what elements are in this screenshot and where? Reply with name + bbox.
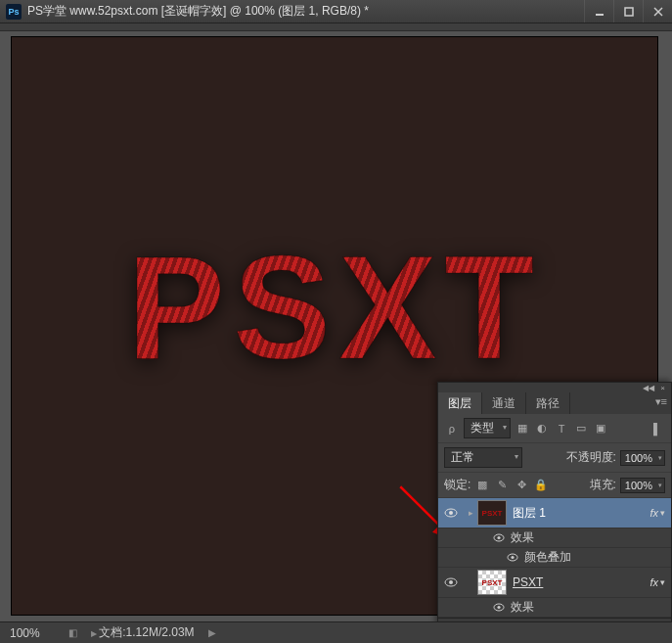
- type-filter-icon[interactable]: T: [554, 421, 569, 436]
- fx-expand-icon[interactable]: ▾: [660, 577, 665, 587]
- opacity-value: 100%: [625, 452, 652, 464]
- panel-close-icon[interactable]: ×: [660, 384, 665, 392]
- svg-point-15: [497, 606, 500, 609]
- layer-thumbnail[interactable]: PSXT: [477, 570, 507, 595]
- fill-label: 填充:: [590, 477, 616, 493]
- toolbar-spacer: [0, 23, 672, 31]
- expand-toggle[interactable]: ▸: [464, 508, 477, 518]
- status-expand-icon[interactable]: ▶: [208, 627, 216, 638]
- visibility-toggle[interactable]: [438, 577, 464, 587]
- effects-header-label: 效果: [511, 599, 534, 616]
- effects-header-row[interactable]: 效果: [438, 598, 671, 618]
- filter-kind-icon[interactable]: ρ: [444, 421, 460, 436]
- layer-row[interactable]: ▸ PSXT 图层 1 fx ▾: [438, 498, 671, 528]
- shape-filter-icon[interactable]: ▭: [573, 421, 589, 436]
- effect-visibility[interactable]: [487, 603, 511, 612]
- opacity-label: 不透明度:: [566, 449, 616, 466]
- eye-icon: [444, 577, 458, 587]
- lock-position-icon[interactable]: ✎: [494, 478, 510, 493]
- canvas-text-effect-highlight: PSXT: [12, 223, 657, 392]
- effect-name: 颜色叠加: [524, 549, 571, 566]
- fx-badge[interactable]: fx: [650, 507, 658, 519]
- panel-menu-icon[interactable]: ▾≡: [655, 395, 667, 408]
- fx-expand-icon[interactable]: ▾: [660, 508, 665, 518]
- window-title: PS学堂 www.52psxt.com [圣诞帽字效] @ 100% (图层 1…: [27, 3, 584, 20]
- filter-toggle-icon[interactable]: ▌: [650, 421, 665, 436]
- minimize-button[interactable]: [584, 0, 613, 23]
- lock-pixels-icon[interactable]: ▩: [474, 478, 490, 493]
- filter-type-select[interactable]: 类型▾: [464, 418, 511, 438]
- lock-move-icon[interactable]: ✥: [514, 478, 529, 493]
- svg-point-13: [449, 580, 453, 584]
- effect-item-row[interactable]: 颜色叠加: [438, 548, 671, 568]
- eye-icon: [444, 508, 458, 518]
- tab-layers[interactable]: 图层: [438, 392, 482, 414]
- app-logo-icon: Ps: [6, 4, 22, 20]
- svg-point-11: [511, 556, 514, 559]
- lock-all-icon[interactable]: 🔒: [533, 478, 549, 493]
- layer-row[interactable]: PSXT PSXT fx ▾: [438, 568, 671, 598]
- effects-header-row[interactable]: 效果: [438, 528, 671, 548]
- fill-input[interactable]: 100%▾: [620, 478, 665, 493]
- lock-label: 锁定:: [444, 477, 470, 493]
- close-button[interactable]: [643, 0, 672, 23]
- effect-visibility[interactable]: [487, 533, 511, 542]
- tab-channels[interactable]: 通道: [482, 392, 526, 414]
- svg-point-7: [449, 511, 453, 515]
- adjustment-filter-icon[interactable]: ◐: [534, 421, 550, 436]
- fx-badge[interactable]: fx: [650, 576, 658, 588]
- blend-mode-value: 正常: [451, 450, 474, 464]
- layer-name[interactable]: PSXT: [513, 575, 650, 589]
- svg-rect-1: [625, 8, 633, 16]
- blend-row: 正常▾ 不透明度: 100%▾: [438, 443, 671, 473]
- layer-thumbnail[interactable]: PSXT: [477, 500, 507, 526]
- collapse-left-icon[interactable]: ◀◀: [643, 384, 654, 392]
- status-icon[interactable]: ◧: [68, 627, 77, 638]
- layer-name[interactable]: 图层 1: [513, 505, 650, 522]
- lock-row: 锁定: ▩ ✎ ✥ 🔒 填充: 100%▾: [438, 473, 671, 498]
- layers-list: ▸ PSXT 图层 1 fx ▾ 效果 颜色叠加 PSXT PSXT fx ▾ …: [438, 498, 671, 618]
- panel-tabs: 图层 通道 路径 ▾≡: [438, 392, 671, 414]
- panel-drag-handle[interactable]: ◀◀ ×: [438, 383, 671, 392]
- effect-visibility[interactable]: [501, 553, 524, 562]
- opacity-input[interactable]: 100%▾: [620, 450, 665, 466]
- tab-paths[interactable]: 路径: [526, 392, 570, 414]
- blend-mode-select[interactable]: 正常▾: [444, 447, 522, 468]
- fill-value: 100%: [625, 480, 652, 491]
- window-controls: [584, 0, 672, 23]
- svg-point-9: [497, 536, 500, 539]
- maximize-button[interactable]: [613, 0, 643, 23]
- close-icon: [653, 7, 663, 17]
- effects-header-label: 效果: [511, 529, 534, 546]
- image-filter-icon[interactable]: ▦: [515, 421, 530, 436]
- minimize-icon: [595, 7, 605, 17]
- filter-row: ρ 类型▾ ▦ ◐ T ▭ ▣ ▌: [438, 414, 671, 443]
- layers-panel: ◀◀ × 图层 通道 路径 ▾≡ ρ 类型▾ ▦ ◐ T ▭ ▣ ▌ 正常▾ 不…: [437, 382, 672, 643]
- smart-filter-icon[interactable]: ▣: [593, 421, 608, 436]
- filter-type-label: 类型: [470, 421, 494, 435]
- zoom-level[interactable]: 100%: [10, 626, 55, 640]
- title-bar: Ps PS学堂 www.52psxt.com [圣诞帽字效] @ 100% (图…: [0, 0, 672, 23]
- visibility-toggle[interactable]: [438, 508, 464, 518]
- status-bar: 100% ◧ 文档:1.12M/2.03M ▶: [0, 621, 672, 643]
- maximize-icon: [624, 7, 634, 17]
- document-info[interactable]: 文档:1.12M/2.03M: [91, 624, 195, 641]
